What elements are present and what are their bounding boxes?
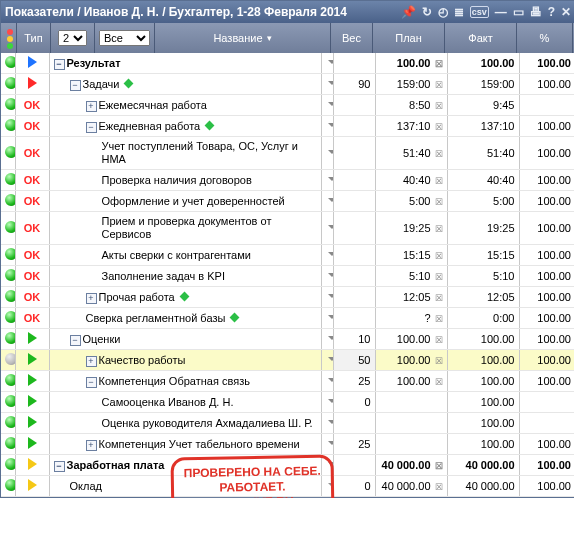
- cell-weight[interactable]: [333, 191, 375, 212]
- clear-icon[interactable]: ☒: [435, 197, 443, 207]
- row-menu-caret-icon[interactable]: [328, 336, 334, 344]
- cell-pct[interactable]: 100.00: [519, 455, 574, 476]
- expand-toggle[interactable]: +: [86, 440, 97, 451]
- expand-toggle[interactable]: +: [86, 293, 97, 304]
- col-plan[interactable]: План: [373, 23, 445, 53]
- table-row[interactable]: OKПрием и проверка документов от Сервисо…: [1, 212, 574, 245]
- table-row[interactable]: OKУчет поступлений Товара, ОС, Услуг и Н…: [1, 137, 574, 170]
- row-menu-caret-icon[interactable]: [328, 462, 334, 470]
- print-icon[interactable]: 🖶: [530, 5, 542, 19]
- cell-fact[interactable]: 15:15: [447, 245, 519, 266]
- table-row[interactable]: +Компетенция Учет табельного времени2510…: [1, 434, 574, 455]
- clear-icon[interactable]: ☒: [435, 356, 443, 366]
- row-menu-caret-icon[interactable]: [328, 198, 334, 206]
- cell-fact[interactable]: 100.00: [447, 434, 519, 455]
- table-row[interactable]: −Результат100.00☒100.00100.00: [1, 53, 574, 74]
- row-menu-caret-icon[interactable]: [328, 294, 334, 302]
- row-menu-caret-icon[interactable]: [328, 225, 334, 233]
- cell-weight[interactable]: 25: [333, 434, 375, 455]
- row-menu-caret-icon[interactable]: [328, 378, 334, 386]
- cell-weight[interactable]: [333, 53, 375, 74]
- cell-fact[interactable]: 100.00: [447, 371, 519, 392]
- cell-weight[interactable]: [333, 170, 375, 191]
- table-row[interactable]: OKАкты сверки с контрагентами15:15☒15:15…: [1, 245, 574, 266]
- clear-icon[interactable]: ☒: [435, 335, 443, 345]
- refresh-icon[interactable]: ↻: [422, 5, 432, 19]
- table-row[interactable]: −Оценки10100.00☒100.00100.00: [1, 329, 574, 350]
- cell-pct[interactable]: 100.00: [519, 350, 574, 371]
- expand-toggle[interactable]: −: [86, 122, 97, 133]
- cell-pct[interactable]: 100.00: [519, 116, 574, 137]
- cell-plan[interactable]: [375, 434, 447, 455]
- expand-toggle[interactable]: −: [70, 80, 81, 91]
- cell-fact[interactable]: 40 000.00: [447, 455, 519, 476]
- table-row[interactable]: Оценка руководителя Ахмадалиева Ш. Р.100…: [1, 413, 574, 434]
- cell-plan[interactable]: 100.00☒: [375, 371, 447, 392]
- cell-plan[interactable]: [375, 392, 447, 413]
- cell-weight[interactable]: 0: [333, 392, 375, 413]
- cell-pct[interactable]: 100.00: [519, 434, 574, 455]
- cell-plan[interactable]: 8:50☒: [375, 95, 447, 116]
- row-menu-caret-icon[interactable]: [328, 252, 334, 260]
- cell-fact[interactable]: 12:05: [447, 287, 519, 308]
- row-name-cell[interactable]: +Качество работы: [49, 350, 321, 371]
- clear-icon[interactable]: ☒: [435, 377, 443, 387]
- cell-weight[interactable]: 0: [333, 476, 375, 497]
- cell-fact[interactable]: 0:00: [447, 308, 519, 329]
- cell-pct[interactable]: 100.00: [519, 476, 574, 497]
- cell-weight[interactable]: [333, 137, 375, 170]
- cell-weight[interactable]: 50: [333, 350, 375, 371]
- row-name-cell[interactable]: Самооценка Иванов Д. Н.: [49, 392, 321, 413]
- clear-icon[interactable]: ☒: [435, 224, 443, 234]
- cell-pct[interactable]: 100.00: [519, 212, 574, 245]
- row-name-cell[interactable]: −Задачи: [49, 74, 321, 95]
- clear-icon[interactable]: ☒: [435, 59, 443, 69]
- clear-icon[interactable]: ☒: [435, 122, 443, 132]
- row-menu-caret-icon[interactable]: [328, 357, 334, 365]
- cell-plan[interactable]: 100.00☒: [375, 329, 447, 350]
- cell-weight[interactable]: [333, 95, 375, 116]
- row-name-cell[interactable]: −Оценки: [49, 329, 321, 350]
- row-name-cell[interactable]: −Заработная плата: [49, 455, 321, 476]
- row-name-cell[interactable]: Проверка наличия договоров: [49, 170, 321, 191]
- row-name-cell[interactable]: Прием и проверка документов от Сервисов: [49, 212, 321, 245]
- table-row[interactable]: Самооценка Иванов Д. Н.0100.00: [1, 392, 574, 413]
- restore-icon[interactable]: ▭: [513, 5, 524, 19]
- cell-plan[interactable]: [375, 413, 447, 434]
- cell-plan[interactable]: 12:05☒: [375, 287, 447, 308]
- expand-toggle[interactable]: −: [70, 335, 81, 346]
- row-name-cell[interactable]: Заполнение задач в KPI: [49, 266, 321, 287]
- traffic-icon[interactable]: [7, 27, 13, 49]
- cell-weight[interactable]: [333, 308, 375, 329]
- row-menu-caret-icon[interactable]: [328, 177, 334, 185]
- close-icon[interactable]: ✕: [561, 5, 571, 19]
- col-name[interactable]: Название▾: [155, 23, 331, 53]
- table-row[interactable]: OKСверка регламентной базы?☒0:00100.00: [1, 308, 574, 329]
- cell-weight[interactable]: [333, 413, 375, 434]
- level-select[interactable]: 2: [58, 30, 87, 46]
- cell-plan[interactable]: 40 000.00☒: [375, 455, 447, 476]
- clock-icon[interactable]: ◴: [438, 5, 448, 19]
- cell-plan[interactable]: 137:10☒: [375, 116, 447, 137]
- row-name-cell[interactable]: −Ежедневная работа: [49, 116, 321, 137]
- cell-pct[interactable]: 100.00: [519, 245, 574, 266]
- cell-weight[interactable]: [333, 245, 375, 266]
- cell-fact[interactable]: 100.00: [447, 350, 519, 371]
- cell-fact[interactable]: 159:00: [447, 74, 519, 95]
- cell-plan[interactable]: 100.00☒: [375, 350, 447, 371]
- cell-plan[interactable]: 51:40☒: [375, 137, 447, 170]
- cell-plan[interactable]: 100.00☒: [375, 53, 447, 74]
- col-weight[interactable]: Вес: [331, 23, 373, 53]
- cell-fact[interactable]: 5:10: [447, 266, 519, 287]
- cell-weight[interactable]: 90: [333, 74, 375, 95]
- cell-plan[interactable]: 15:15☒: [375, 245, 447, 266]
- expand-toggle[interactable]: +: [86, 356, 97, 367]
- pin-icon[interactable]: 📌: [401, 5, 416, 19]
- list-icon[interactable]: ≣: [454, 5, 464, 19]
- cell-fact[interactable]: 100.00: [447, 413, 519, 434]
- cell-pct[interactable]: [519, 413, 574, 434]
- clear-icon[interactable]: ☒: [435, 293, 443, 303]
- row-name-cell[interactable]: +Прочая работа: [49, 287, 321, 308]
- cell-plan[interactable]: 40:40☒: [375, 170, 447, 191]
- table-row[interactable]: Оклад040 000.00☒40 000.00100.00: [1, 476, 574, 497]
